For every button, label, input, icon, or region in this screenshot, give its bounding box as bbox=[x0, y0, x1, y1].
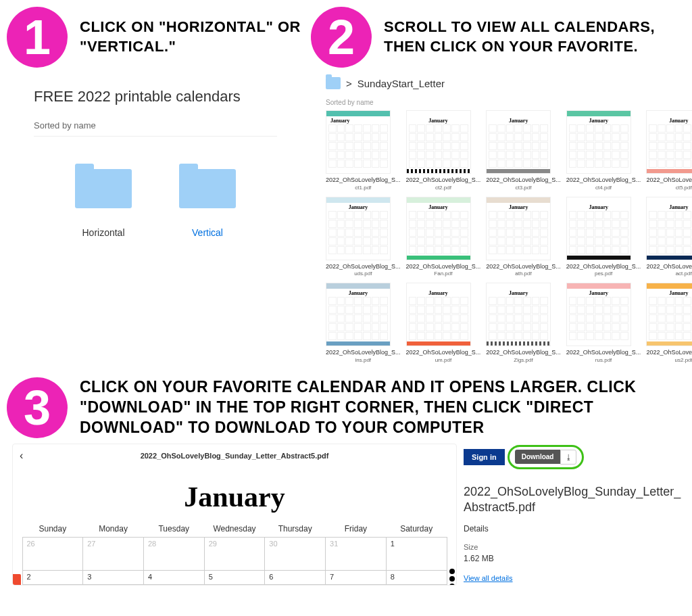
calendar-thumbnail[interactable]: January 2022_OhSoLovelyBlog_S...act.pdf bbox=[646, 197, 692, 278]
step-1-panel: 1 CLICK ON "HORIZONTAL" OR "VERTICAL." F… bbox=[0, 0, 304, 371]
calendar-thumbnail[interactable]: January 2022_OhSoLovelyBlog_S...pes.pdf bbox=[566, 197, 641, 278]
step-3-panel: 3 CLICK ON YOUR FAVORITE CALENDAR AND IT… bbox=[0, 371, 692, 586]
folder-horizontal[interactable]: Horizontal bbox=[75, 164, 132, 238]
calendar-cell: 28 bbox=[143, 537, 205, 571]
folder-icon bbox=[75, 164, 132, 208]
file-title: 2022_OhSoLovelyBlog_Sunday_Letter_Abstra… bbox=[464, 484, 687, 516]
size-label: Size bbox=[464, 543, 687, 551]
dow-label: Monday bbox=[83, 524, 144, 534]
calendar-cell: 7 bbox=[325, 570, 387, 585]
divider bbox=[34, 136, 277, 137]
step-3-text: CLICK ON YOUR FAVORITE CALENDAR AND IT O… bbox=[80, 377, 692, 438]
view-all-details-link[interactable]: View all details bbox=[464, 574, 687, 582]
calendar-cell: 5 bbox=[204, 570, 266, 585]
step-1-number: 1 bbox=[7, 7, 68, 68]
details-heading: Details bbox=[464, 524, 687, 534]
folder-label: Horizontal bbox=[82, 227, 124, 238]
calendar-thumbnail[interactable]: January 2022_OhSoLovelyBlog_S...ct3.pdf bbox=[486, 110, 561, 191]
calendar-cell: 4 bbox=[143, 570, 205, 585]
back-icon[interactable]: ‹ bbox=[20, 450, 23, 462]
calendar-month-title: January bbox=[22, 481, 447, 513]
download-menu-button[interactable]: ⭳ bbox=[560, 450, 576, 465]
calendar-thumbnail[interactable]: January 2022_OhSoLovelyBlog_S...us2.pdf bbox=[646, 283, 692, 364]
step-2-number: 2 bbox=[311, 7, 372, 68]
calendar-thumbnail[interactable]: January 2022_OhSoLovelyBlog_S...Zigs.pdf bbox=[486, 283, 561, 364]
pdf-preview: ‹ 2022_OhSoLovelyBlog_Sunday_Letter_Abst… bbox=[12, 444, 457, 586]
dow-label: Tuesday bbox=[143, 524, 204, 534]
details-sidebar: Sign in Download ⭳ 2022_OhSoLovelyBlog_S… bbox=[464, 444, 687, 586]
decorative-dots bbox=[449, 569, 457, 586]
step-1-text: CLICK ON "HORIZONTAL" OR "VERTICAL." bbox=[80, 18, 304, 56]
folder-icon[interactable] bbox=[326, 77, 341, 89]
calendar-cell: 3 bbox=[82, 570, 144, 585]
step-2-panel: 2 SCROLL TO VIEW ALL CALENDARS, THEN CLI… bbox=[304, 0, 683, 371]
calendar-body: 26272829303112345678 bbox=[22, 538, 447, 585]
page-title: FREE 2022 printable calendars bbox=[34, 88, 277, 105]
calendar-cell: 8 bbox=[386, 570, 447, 585]
breadcrumb-sep: > bbox=[346, 78, 352, 89]
sorted-label: Sorted by name bbox=[311, 95, 683, 110]
sign-in-button[interactable]: Sign in bbox=[464, 449, 505, 465]
calendar-cell: 30 bbox=[264, 537, 326, 571]
sorted-label: Sorted by name bbox=[34, 120, 277, 131]
calendar-thumbnail[interactable]: January 2022_OhSoLovelyBlog_S...ath.pdf bbox=[486, 197, 561, 278]
download-highlight: Download ⭳ bbox=[508, 445, 585, 469]
calendar-thumbnail[interactable]: January 2022_OhSoLovelyBlog_S...ct4.pdf bbox=[566, 110, 641, 191]
dow-label: Thursday bbox=[265, 524, 326, 534]
dow-label: Saturday bbox=[386, 524, 447, 534]
folder-icon bbox=[179, 164, 236, 208]
folder-vertical[interactable]: Vertical bbox=[179, 164, 236, 238]
step-3-number: 3 bbox=[7, 377, 68, 438]
calendar-cell: 31 bbox=[325, 537, 387, 571]
calendar-cell: 2 bbox=[22, 570, 84, 585]
calendar-cell: 26 bbox=[22, 537, 84, 571]
decorative-accent bbox=[12, 574, 21, 586]
calendar-thumbnail[interactable]: January 2022_OhSoLovelyBlog_S...ct2.pdf bbox=[406, 110, 481, 191]
breadcrumb-current: SundayStart_Letter bbox=[357, 78, 445, 89]
calendar-cell: 1 bbox=[386, 537, 447, 571]
calendar-thumbnail[interactable]: January 2022_OhSoLovelyBlog_S...um.pdf bbox=[406, 283, 481, 364]
calendar-thumbnail[interactable]: January 2022_OhSoLovelyBlog_S...ct5.pdf bbox=[646, 110, 692, 191]
breadcrumb: > SundayStart_Letter bbox=[311, 74, 683, 95]
size-value: 1.62 MB bbox=[464, 554, 687, 563]
folder-label: Vertical bbox=[192, 227, 223, 238]
calendar-header: SundayMondayTuesdayWednesdayThursdayFrid… bbox=[22, 524, 447, 534]
calendar-cell: 6 bbox=[264, 570, 326, 585]
thumbnail-grid: January 2022_OhSoLovelyBlog_S...ct1.pdf … bbox=[311, 110, 683, 371]
calendar-thumbnail[interactable]: January 2022_OhSoLovelyBlog_S...Fan.pdf bbox=[406, 197, 481, 278]
preview-filename: 2022_OhSoLovelyBlog_Sunday_Letter_Abstra… bbox=[141, 452, 329, 460]
step-2-text: SCROLL TO VIEW ALL CALENDARS, THEN CLICK… bbox=[384, 18, 683, 56]
calendar-thumbnail[interactable]: January 2022_OhSoLovelyBlog_S...rus.pdf bbox=[566, 283, 641, 364]
download-button[interactable]: Download bbox=[515, 450, 561, 464]
dow-label: Friday bbox=[326, 524, 387, 534]
calendar-cell: 29 bbox=[204, 537, 266, 571]
calendar-thumbnail[interactable]: January 2022_OhSoLovelyBlog_S...uds.pdf bbox=[326, 197, 401, 278]
calendar-thumbnail[interactable]: January 2022_OhSoLovelyBlog_S...ct1.pdf bbox=[326, 110, 401, 191]
dow-label: Wednesday bbox=[204, 524, 265, 534]
calendar-cell: 27 bbox=[82, 537, 144, 571]
calendar-thumbnail[interactable]: January 2022_OhSoLovelyBlog_S...ins.pdf bbox=[326, 283, 401, 364]
dow-label: Sunday bbox=[22, 524, 83, 534]
